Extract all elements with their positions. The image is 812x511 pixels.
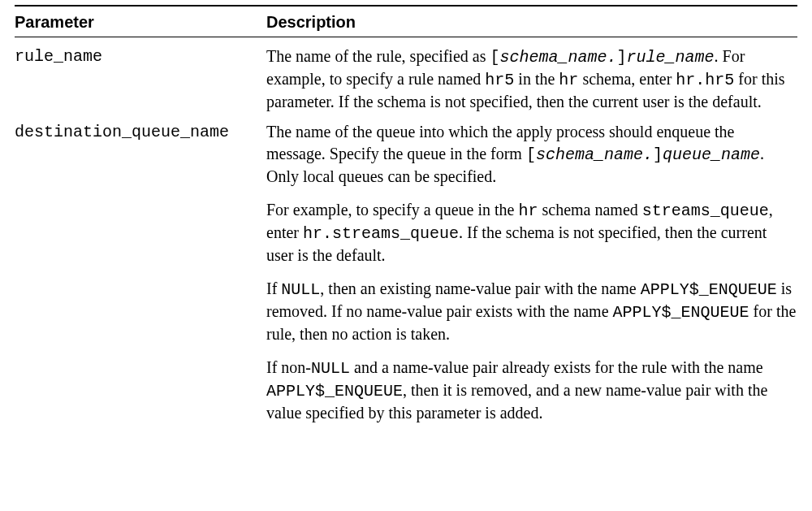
description-paragraph: For example, to specify a queue in the h… (266, 199, 797, 266)
code-span: [ (526, 145, 536, 164)
description-paragraph: If non-NULL and a name-value pair alread… (266, 357, 797, 424)
code-span: APPLY$_ENQUEUE (641, 280, 777, 299)
code-span: rule_name (627, 48, 715, 67)
code-span: NULL (281, 280, 320, 299)
code-span: hr.streams_queue (303, 224, 459, 243)
parameter-description: The name of the rule, specified as [sche… (266, 45, 797, 113)
code-span: APPLY$_ENQUEUE (266, 382, 403, 401)
table-row: rule_nameThe name of the rule, specified… (15, 37, 797, 113)
parameter-name: rule_name (15, 45, 266, 67)
code-span: queue_name (663, 145, 760, 164)
code-span: hr5 (485, 71, 514, 89)
table-row: destination_queue_nameThe name of the qu… (15, 113, 797, 424)
description-paragraph: The name of the rule, specified as [sche… (266, 45, 797, 113)
header-description: Description (266, 11, 797, 33)
description-paragraph: The name of the queue into which the app… (266, 121, 797, 188)
code-span: streams_queue (642, 201, 769, 220)
code-span: APPLY$_ENQUEUE (613, 303, 749, 322)
description-paragraph: If NULL, then an existing name-value pai… (266, 278, 797, 345)
code-span: NULL (311, 359, 350, 378)
parameter-description: The name of the queue into which the app… (266, 121, 797, 424)
code-span: ] (617, 48, 627, 67)
parameter-name: destination_queue_name (15, 121, 266, 143)
table-header-row: Parameter Description (15, 6, 797, 37)
code-span: ] (653, 145, 663, 164)
code-span: [ (490, 48, 499, 67)
table-body: rule_nameThe name of the rule, specified… (15, 37, 797, 424)
code-span: schema_name. (536, 145, 653, 164)
code-span: hr (559, 71, 578, 89)
code-span: hr.hr5 (676, 71, 734, 89)
code-span: hr (518, 201, 538, 220)
code-span: schema_name. (499, 48, 616, 67)
header-parameter: Parameter (15, 11, 266, 33)
